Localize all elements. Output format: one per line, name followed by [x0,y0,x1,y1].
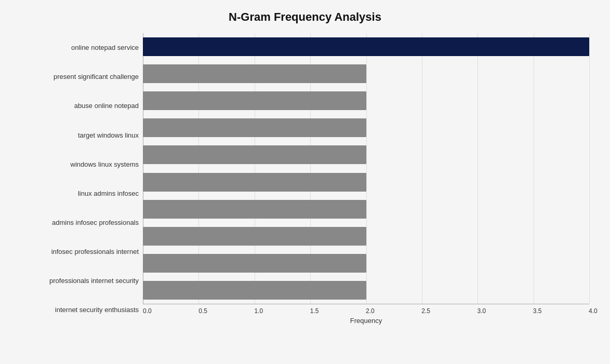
y-label: abuse online notepad [21,92,139,119]
x-tick: 0.0 [143,307,143,315]
x-tick: 4.0 [589,307,589,315]
bar-row [143,117,589,138]
x-tick: 2.5 [421,307,422,315]
x-axis-label: Frequency [143,317,589,325]
bar-row [143,90,589,111]
x-tick: 3.5 [533,307,534,315]
y-label: linux admins infosec [21,180,139,207]
bar [143,173,366,192]
y-label: target windows linux [21,122,139,149]
x-tick: 3.0 [478,307,478,315]
y-label: admins infosec professionals [21,209,139,236]
y-label: online notepad service [21,34,139,61]
bar-row [143,63,589,84]
y-label: infosec professionals internet [21,238,139,265]
bar-row [143,253,589,274]
bar [143,91,366,110]
x-axis: 0.00.51.01.52.02.53.03.54.0 [143,304,589,315]
bar-row [143,226,589,247]
y-label: internet security enthusiasts [21,296,139,323]
bar [143,281,366,300]
y-axis: online notepad servicepresent significan… [21,33,143,325]
bar [143,118,366,137]
x-tick: 1.5 [310,307,311,315]
bar-row [143,36,589,57]
x-tick: 0.5 [198,307,199,315]
bar [143,64,366,83]
bar [143,37,589,56]
bar [143,227,366,246]
bar [143,254,366,273]
y-label: present significant challenge [21,63,139,90]
bars-area [143,33,589,304]
chart-title: N-Gram Frequency Analysis [21,10,589,24]
bar-row [143,144,589,165]
grid-line [589,33,590,304]
bars-area-container: 0.00.51.01.52.02.53.03.54.0 Frequency [143,33,589,325]
x-tick: 1.0 [255,307,255,315]
y-label: windows linux systems [21,151,139,178]
bar-row [143,172,589,193]
y-label: professionals internet security [21,267,139,294]
bar [143,200,366,219]
bar [143,145,366,164]
x-tick: 2.0 [366,307,366,315]
bar-row [143,280,589,301]
chart-container: N-Gram Frequency Analysis online notepad… [0,0,610,364]
bar-row [143,199,589,220]
